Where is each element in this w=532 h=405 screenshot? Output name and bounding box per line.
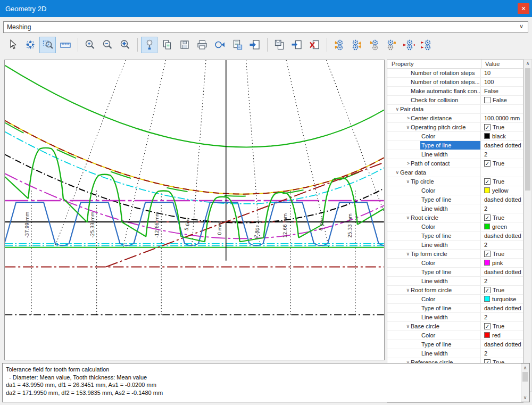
property-value-cell[interactable]: 2 [481, 313, 523, 321]
property-row[interactable]: >Center distance100.0000 mm [387, 114, 523, 123]
gear1-rotate-button[interactable] [365, 37, 382, 53]
scroll-up-arrow[interactable]: ∧ [524, 60, 531, 67]
chevron-expanded-icon[interactable]: ∨ [387, 123, 410, 131]
chevron-expanded-icon[interactable]: ∨ [387, 105, 399, 113]
video-export-button[interactable] [211, 37, 228, 53]
property-value-cell[interactable]: ✓True [481, 123, 523, 131]
chevron-expanded-icon[interactable]: ∨ [387, 322, 410, 330]
chevron-collapsed-icon[interactable]: > [387, 114, 410, 122]
gear2-rotate-button[interactable] [383, 37, 400, 53]
property-row[interactable]: Line width2 [387, 241, 523, 250]
property-row[interactable]: Make automatic flank con...False [387, 87, 523, 96]
property-value-cell[interactable]: 100.0000 mm [481, 114, 523, 122]
property-row[interactable]: Line width2 [387, 204, 523, 213]
scroll-down-arrow[interactable]: ∨ [521, 394, 529, 401]
property-value-cell[interactable]: dashed dotted [481, 304, 523, 312]
checkbox-checked[interactable]: ✓ [484, 323, 491, 329]
property-value-cell[interactable]: dashed dotted [481, 268, 523, 276]
chevron-expanded-icon[interactable]: ∨ [387, 286, 410, 294]
scroll-up-arrow[interactable]: ∧ [521, 364, 529, 371]
checkbox-checked[interactable]: ✓ [484, 251, 491, 257]
gear-pair-rotate-left-button[interactable] [330, 37, 347, 53]
property-row[interactable]: Type of linedashed dotted [387, 141, 523, 150]
property-value-cell[interactable] [481, 105, 523, 113]
drawing-canvas[interactable]: -37.99 mm-25.33 mm-12.66 mm0 mm12.66 mm2… [4, 60, 385, 360]
close-button[interactable]: ✕ [518, 3, 529, 14]
checkbox-checked[interactable]: ✓ [484, 160, 491, 167]
property-row[interactable]: Colorblack [387, 132, 523, 141]
property-value-cell[interactable]: dashed dotted [481, 141, 523, 150]
property-value-cell[interactable]: 100 [481, 78, 523, 86]
save-graphic-button[interactable] [271, 37, 287, 53]
property-value-cell[interactable]: False [481, 96, 523, 104]
settings-wrench-button[interactable] [141, 37, 157, 53]
pan-view-button[interactable] [22, 37, 38, 53]
chevron-collapsed-icon[interactable]: > [387, 159, 410, 168]
property-value-cell[interactable]: red [481, 331, 523, 340]
property-value-cell[interactable]: 2 [481, 277, 523, 285]
property-value-cell[interactable]: 10 [481, 69, 523, 77]
info-panel-vertical-scrollbar[interactable]: ∧∨ [521, 363, 529, 402]
property-row[interactable]: ∨Root circle✓True [387, 213, 523, 222]
property-row[interactable]: >Path of contact✓True [387, 159, 523, 168]
zoom-in-button[interactable] [81, 37, 98, 53]
property-row[interactable]: Check for collisionFalse [387, 96, 523, 105]
property-value-cell[interactable]: 2 [481, 150, 523, 159]
chevron-expanded-icon[interactable]: ∨ [387, 213, 410, 222]
property-row[interactable]: Type of linedashed dotted [387, 195, 523, 204]
property-row[interactable]: ∨Root form circle✓True [387, 286, 523, 295]
property-row[interactable]: Number of rotation steps10 [387, 69, 523, 78]
measure-ruler-button[interactable] [57, 37, 73, 53]
scroll-thumb[interactable] [522, 372, 528, 382]
property-value-cell[interactable]: pink [481, 259, 523, 267]
copy-button[interactable] [159, 37, 175, 53]
view-selector-dropdown[interactable]: Meshing ∨ [3, 21, 528, 33]
property-row[interactable]: ∨Gear data [387, 168, 523, 177]
scroll-thumb[interactable] [525, 68, 530, 191]
property-value-cell[interactable] [481, 168, 523, 177]
chevron-expanded-icon[interactable]: ∨ [387, 177, 410, 186]
property-value-cell[interactable]: ✓True [481, 286, 523, 294]
property-value-cell[interactable]: dashed dotted [481, 340, 523, 349]
checkbox-checked[interactable]: ✓ [484, 124, 491, 130]
gear-pair-move-in-button[interactable] [401, 37, 417, 53]
checkbox-checked[interactable]: ✓ [484, 178, 491, 185]
property-row[interactable]: Coloryellow [387, 186, 523, 195]
property-value-cell[interactable]: 2 [481, 204, 523, 213]
property-value-cell[interactable]: ✓True [481, 250, 523, 258]
zoom-fit-button[interactable] [117, 37, 133, 53]
chevron-expanded-icon[interactable]: ∨ [387, 250, 410, 258]
property-row[interactable]: ∨Pair data [387, 105, 523, 114]
property-row[interactable]: Line width2 [387, 150, 523, 159]
property-row[interactable]: Type of linedashed dotted [387, 268, 523, 277]
checkbox-checked[interactable]: ✓ [484, 214, 491, 221]
checkbox-checked[interactable]: ✓ [484, 287, 491, 293]
add-graphic-button[interactable] [288, 37, 305, 53]
export-document-button[interactable] [246, 37, 263, 53]
zoom-window-button[interactable] [39, 37, 56, 53]
property-row[interactable]: Line width2 [387, 277, 523, 286]
select-cursor-button[interactable] [4, 37, 21, 53]
property-row[interactable]: Type of linedashed dotted [387, 340, 523, 349]
print-button[interactable] [194, 37, 210, 53]
gear-pair-move-out-button[interactable] [418, 37, 435, 53]
property-grid-vertical-scrollbar[interactable]: ∧∨ [523, 59, 532, 392]
save-button[interactable] [176, 37, 193, 53]
property-value-cell[interactable]: dashed dotted [481, 195, 523, 204]
property-row[interactable]: Line width2 [387, 349, 523, 358]
property-value-cell[interactable]: ✓True [481, 177, 523, 186]
property-value-cell[interactable]: turquoise [481, 295, 523, 303]
property-value-cell[interactable]: 2 [481, 241, 523, 249]
property-row[interactable]: Colorpink [387, 259, 523, 268]
property-value-cell[interactable]: dashed dotted [481, 232, 523, 240]
gear-pair-rotate-right-button[interactable] [348, 37, 364, 53]
property-row[interactable]: ∨Tip circle✓True [387, 177, 523, 186]
property-value-cell[interactable]: 2 [481, 349, 523, 358]
property-row[interactable]: ∨Base circle✓True [387, 322, 523, 331]
property-value-cell[interactable]: yellow [481, 186, 523, 195]
property-row[interactable]: Type of linedashed dotted [387, 232, 523, 241]
property-value-cell[interactable]: green [481, 222, 523, 231]
property-row[interactable]: Colorred [387, 331, 523, 340]
column-header-value[interactable]: Value [482, 60, 523, 68]
property-value-cell[interactable]: black [481, 132, 523, 140]
